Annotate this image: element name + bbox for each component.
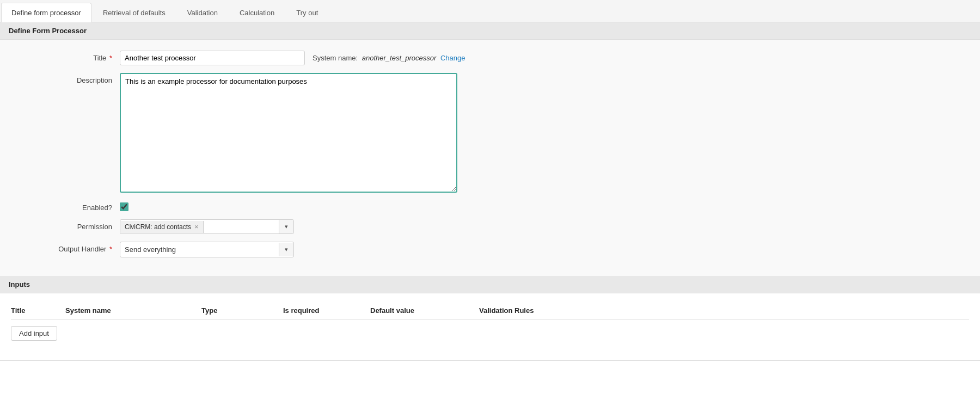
description-control-wrap: This is an example processor for documen… <box>120 73 501 193</box>
output-handler-row: Output Handler * Send everything ▾ <box>0 242 980 257</box>
inputs-table-area: Title System name Type Is required Defau… <box>0 293 980 349</box>
permission-control-wrap: CiviCRM: add contacts × ▾ <box>120 219 501 234</box>
permission-tag-remove[interactable]: × <box>194 223 199 230</box>
description-label: Description <box>11 73 120 84</box>
permission-tag: CiviCRM: add contacts × <box>120 221 204 233</box>
inputs-table-header: Title System name Type Is required Defau… <box>11 302 969 319</box>
title-input[interactable] <box>120 51 305 65</box>
system-name-value: another_test_processor <box>362 54 437 62</box>
tab-calculation[interactable]: Calculation <box>229 3 285 22</box>
title-required-star: * <box>109 54 112 62</box>
col-title: Title <box>11 306 65 315</box>
output-handler-value: Send everything <box>120 242 279 257</box>
inputs-section-header: Inputs <box>0 276 980 293</box>
title-row: Title * System name: another_test_proces… <box>0 51 980 65</box>
system-name-change-link[interactable]: Change <box>440 54 465 62</box>
output-handler-control-wrap: Send everything ▾ <box>120 242 501 257</box>
col-system-name: System name <box>65 306 201 315</box>
title-control-wrap: System name: another_test_processor Chan… <box>120 51 501 65</box>
section-header: Define Form Processor <box>0 22 980 40</box>
inputs-section: Inputs Title System name Type Is require… <box>0 276 980 349</box>
description-row: Description This is an example processor… <box>0 73 980 193</box>
output-handler-select: Send everything ▾ <box>120 242 294 257</box>
enabled-row: Enabled? <box>0 200 980 212</box>
description-textarea[interactable]: This is an example processor for documen… <box>120 73 457 193</box>
permission-row: Permission CiviCRM: add contacts × ▾ <box>0 219 980 234</box>
title-row-content: System name: another_test_processor Chan… <box>120 51 501 65</box>
permission-select: CiviCRM: add contacts × ▾ <box>120 219 294 234</box>
tab-retrieval-of-defaults[interactable]: Retrieval of defaults <box>93 3 176 22</box>
col-type: Type <box>201 306 283 315</box>
col-is-required: Is required <box>283 306 370 315</box>
enabled-checkbox[interactable] <box>120 202 128 211</box>
output-handler-dropdown-button[interactable]: ▾ <box>279 243 293 256</box>
tab-try-out[interactable]: Try out <box>286 3 328 22</box>
tab-bar: Define form processor Retrieval of defau… <box>0 0 980 22</box>
tab-define-form-processor[interactable]: Define form processor <box>1 3 91 22</box>
tab-validation[interactable]: Validation <box>177 3 228 22</box>
output-handler-required-star: * <box>109 245 112 253</box>
form-area: Title * System name: another_test_proces… <box>0 40 980 276</box>
permission-dropdown-button[interactable]: ▾ <box>279 220 293 233</box>
enabled-checkbox-wrap <box>120 200 128 211</box>
add-input-button[interactable]: Add input <box>11 326 57 341</box>
title-label: Title * <box>11 51 120 62</box>
system-name-info: System name: another_test_processor Chan… <box>313 54 465 62</box>
col-default-value: Default value <box>370 306 479 315</box>
permission-label: Permission <box>11 219 120 231</box>
output-handler-label: Output Handler * <box>11 242 120 253</box>
enabled-label: Enabled? <box>11 200 120 212</box>
bottom-divider <box>0 360 980 361</box>
col-validation-rules: Validation Rules <box>479 306 588 315</box>
